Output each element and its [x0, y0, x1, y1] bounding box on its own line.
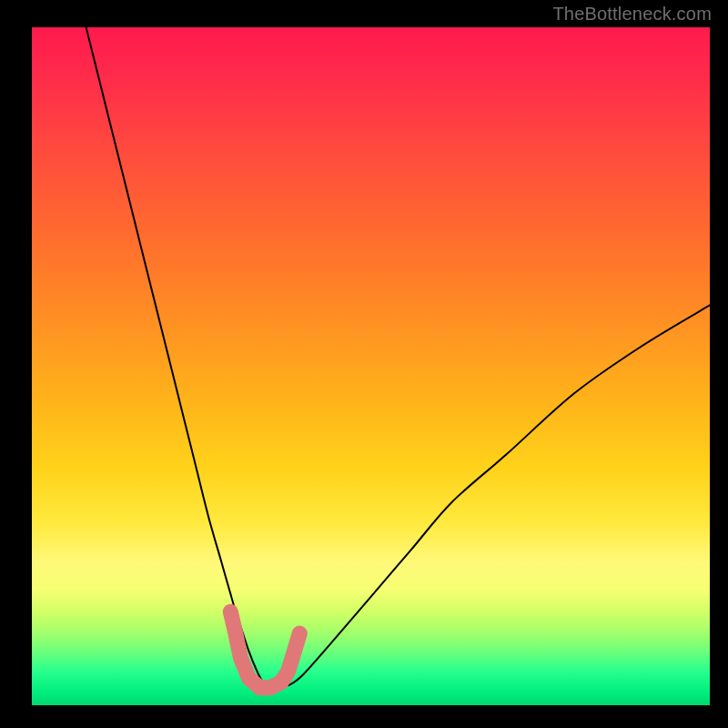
plot-area [32, 27, 710, 705]
bottleneck-curve [86, 27, 710, 689]
curve-layer [32, 27, 710, 705]
chart-frame: TheBottleneck.com [0, 0, 728, 728]
watermark-text: TheBottleneck.com [552, 4, 712, 25]
valley-markers [230, 612, 299, 687]
